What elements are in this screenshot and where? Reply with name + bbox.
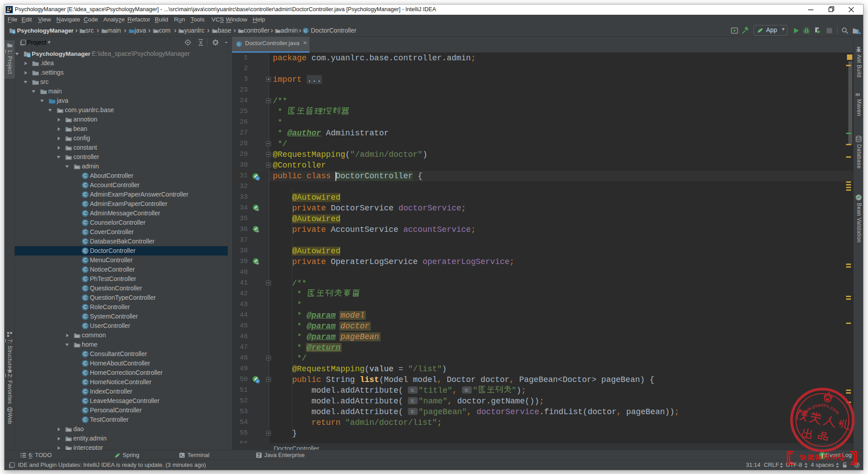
svg-text:IJ: IJ xyxy=(7,7,11,12)
